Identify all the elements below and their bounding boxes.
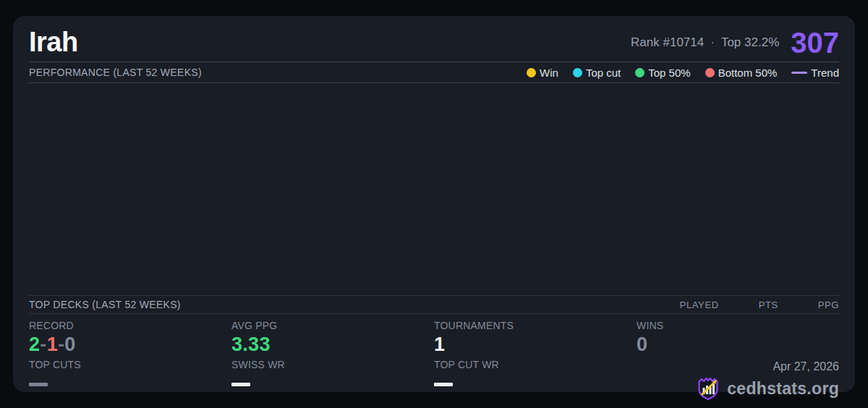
- stats-grid: RECORD 2-1-0 AVG PPG 3.33 TOURNAMENTS 1 …: [29, 314, 839, 392]
- top-decks-columns: PLAYED PTS PPG: [680, 299, 839, 310]
- record-wins: 2: [29, 333, 40, 355]
- stat-label: TOP CUT WR: [434, 359, 499, 370]
- rank-line: Rank #10714·Top 32.2%: [631, 35, 779, 50]
- trend-line-icon: [791, 72, 807, 74]
- stat-swiss-wr: SWISS WR: [231, 359, 434, 401]
- chart-legend: Win Top cut Top 50% Bottom 50% Trend: [527, 67, 839, 79]
- performance-section-title: PERFORMANCE (LAST 52 WEEKS): [29, 67, 202, 78]
- top-percent-text: Top 32.2%: [721, 35, 779, 49]
- record-separator: -: [58, 333, 64, 355]
- legend-item-win: Win: [527, 67, 558, 79]
- record-separator: -: [40, 333, 46, 355]
- page-title: Irah: [29, 27, 78, 58]
- stat-label: RECORD: [29, 320, 74, 331]
- top-50-dot-icon: [635, 68, 644, 77]
- stat-tournaments: TOURNAMENTS 1: [434, 320, 637, 359]
- stat-record: RECORD 2-1-0: [29, 320, 231, 359]
- legend-label: Trend: [811, 67, 839, 79]
- legend-label: Top 50%: [648, 67, 690, 79]
- legend-label: Top cut: [586, 67, 621, 79]
- top-decks-section-header: TOP DECKS (LAST 52 WEEKS) PLAYED PTS PPG: [29, 295, 839, 314]
- legend-item-bottom-50: Bottom 50%: [705, 67, 778, 79]
- brand-text: cedhstats.org: [727, 379, 839, 399]
- tournaments-value: 1: [434, 334, 445, 356]
- stat-label: WINS: [637, 320, 663, 331]
- empty-value-dash: [29, 383, 48, 386]
- empty-value-dash: [231, 383, 250, 386]
- legend-label: Bottom 50%: [718, 67, 778, 79]
- legend-item-trend: Trend: [791, 67, 839, 79]
- dot-separator: ·: [710, 35, 715, 49]
- win-dot-icon: [527, 68, 536, 77]
- legend-item-top-50: Top 50%: [635, 67, 690, 79]
- bottom-50-dot-icon: [705, 68, 715, 77]
- card-header: Irah Rank #10714·Top 32.2% 307: [29, 16, 839, 62]
- cedhstats-shield-logo-icon: [695, 375, 721, 401]
- stat-top-cuts: TOP CUTS: [29, 359, 231, 401]
- legend-label: Win: [540, 67, 558, 79]
- top-cut-dot-icon: [573, 68, 582, 77]
- top-decks-section-title: TOP DECKS (LAST 52 WEEKS): [29, 299, 181, 310]
- record-value: 2-1-0: [29, 334, 76, 356]
- brand-link[interactable]: cedhstats.org: [695, 375, 839, 401]
- score-value: 307: [791, 28, 839, 57]
- performance-chart: [29, 83, 839, 295]
- date-text: Apr 27, 2026: [773, 360, 839, 373]
- column-header-pts: PTS: [759, 299, 778, 310]
- stat-label: SWISS WR: [231, 359, 285, 370]
- column-header-played: PLAYED: [680, 299, 719, 310]
- legend-item-top-cut: Top cut: [573, 67, 621, 79]
- wins-value: 0: [637, 334, 647, 356]
- card-footer: Apr 27, 2026 cedhstats.org: [637, 359, 839, 401]
- stat-label: AVG PPG: [231, 320, 277, 331]
- avg-ppg-value: 3.33: [231, 334, 271, 356]
- stat-top-cut-wr: TOP CUT WR: [434, 359, 637, 401]
- column-header-ppg: PPG: [818, 299, 839, 310]
- stat-label: TOP CUTS: [29, 359, 81, 370]
- performance-section-header: PERFORMANCE (LAST 52 WEEKS) Win Top cut …: [29, 62, 839, 83]
- header-right: Rank #10714·Top 32.2% 307: [631, 28, 839, 57]
- rank-text: Rank #10714: [631, 35, 704, 49]
- record-losses: 1: [47, 333, 58, 355]
- player-stats-card: Irah Rank #10714·Top 32.2% 307 PERFORMAN…: [13, 16, 855, 392]
- empty-value-dash: [434, 383, 453, 386]
- stat-wins: WINS 0: [637, 320, 839, 359]
- stat-avg-ppg: AVG PPG 3.33: [231, 320, 434, 359]
- record-draws: 0: [64, 333, 75, 355]
- stat-label: TOURNAMENTS: [434, 320, 514, 331]
